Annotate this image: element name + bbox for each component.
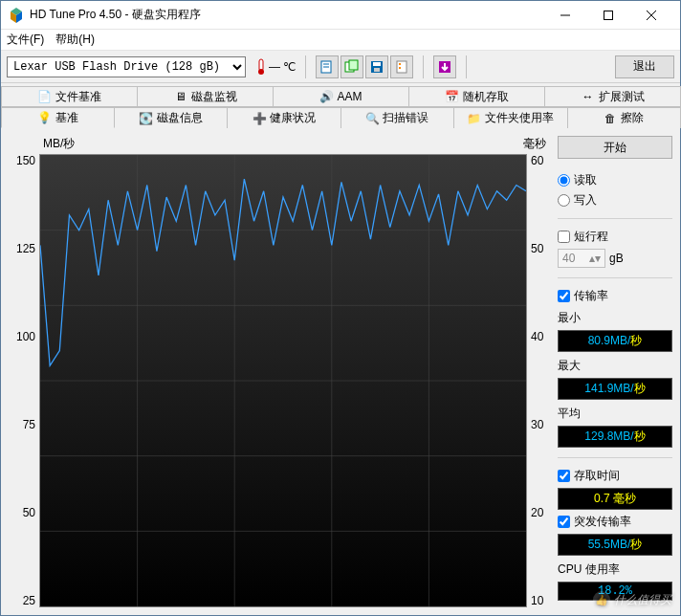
short-stroke-spinner: 40▴▾ bbox=[558, 249, 605, 268]
disks-icon: 💽 bbox=[140, 112, 153, 125]
benchmark-plot bbox=[39, 154, 527, 607]
window-title: HD Tune Pro 4.50 - 硬盘实用程序 bbox=[30, 7, 543, 23]
start-button[interactable]: 开始 bbox=[558, 136, 672, 159]
max-label: 最大 bbox=[558, 358, 672, 374]
tab-file-benchmark[interactable]: 📄文件基准 bbox=[1, 86, 138, 107]
check-access-time[interactable]: 存取时间 bbox=[558, 468, 672, 484]
tab-benchmark[interactable]: 💡基准 bbox=[1, 107, 115, 128]
min-label: 最小 bbox=[558, 310, 672, 326]
titlebar: HD Tune Pro 4.50 - 硬盘实用程序 bbox=[1, 1, 680, 30]
doc-icon: 📄 bbox=[38, 90, 52, 103]
svg-rect-10 bbox=[349, 60, 358, 70]
access-value: 0.7 毫秒 bbox=[558, 488, 672, 510]
calendar-icon: 📅 bbox=[446, 90, 459, 103]
min-value: 80.9MB/秒 bbox=[558, 330, 672, 352]
tab-extra-tests[interactable]: ↔扩展测试 bbox=[544, 86, 681, 107]
tab-erase[interactable]: 🗑擦除 bbox=[567, 107, 681, 128]
menu-file[interactable]: 文件(F) bbox=[7, 32, 44, 48]
svg-rect-15 bbox=[399, 63, 401, 65]
y-axis-left: 150 125 100 75 50 25 bbox=[9, 154, 39, 607]
app-window: HD Tune Pro 4.50 - 硬盘实用程序 文件(F) 帮助(H) Le… bbox=[0, 0, 681, 616]
svg-rect-12 bbox=[373, 62, 381, 66]
separator bbox=[423, 55, 424, 78]
y-right-label: 毫秒 bbox=[523, 136, 546, 152]
svg-rect-16 bbox=[399, 67, 401, 69]
close-button[interactable] bbox=[629, 2, 672, 29]
bulb-icon: 💡 bbox=[38, 111, 52, 124]
tab-container: 📄文件基准 🖥磁盘监视 🔊AAM 📅随机存取 ↔扩展测试 💡基准 💽磁盘信息 ➕… bbox=[1, 83, 680, 128]
folder-icon: 📁 bbox=[468, 112, 481, 125]
max-value: 141.9MB/秒 bbox=[558, 378, 672, 400]
health-icon: ➕ bbox=[253, 112, 266, 125]
content-area: MB/秒 毫秒 150 125 100 75 50 25 bbox=[1, 128, 680, 615]
toolbar: Lexar USB Flash Drive (128 gB) — ℃ 退出 bbox=[1, 51, 680, 83]
temperature-display: — ℃ bbox=[255, 58, 296, 76]
tab-row-back: 📄文件基准 🖥磁盘监视 🔊AAM 📅随机存取 ↔扩展测试 bbox=[1, 86, 680, 107]
radio-read[interactable]: 读取 bbox=[558, 172, 672, 188]
svg-rect-1 bbox=[604, 11, 612, 19]
check-burst[interactable]: 突发传输率 bbox=[558, 514, 672, 530]
search-icon: 🔍 bbox=[365, 112, 379, 125]
thermometer-icon bbox=[255, 58, 267, 76]
svg-rect-13 bbox=[374, 68, 380, 72]
maximize-button[interactable] bbox=[586, 2, 629, 29]
tab-random-access[interactable]: 📅随机存取 bbox=[408, 86, 545, 107]
tab-folder-usage[interactable]: 📁文件夹使用率 bbox=[453, 107, 568, 128]
watermark: 👍 什么值得买 bbox=[593, 591, 671, 608]
save-result-button[interactable] bbox=[433, 55, 456, 78]
tab-row-front: 💡基准 💽磁盘信息 ➕健康状况 🔍扫描错误 📁文件夹使用率 🗑擦除 bbox=[1, 107, 680, 128]
trash-icon: 🗑 bbox=[604, 112, 617, 125]
tab-info[interactable]: 💽磁盘信息 bbox=[114, 107, 228, 128]
radio-write[interactable]: 写入 bbox=[558, 192, 672, 209]
tab-disk-monitor[interactable]: 🖥磁盘监视 bbox=[137, 86, 274, 107]
separator bbox=[466, 55, 467, 78]
separator bbox=[305, 55, 306, 78]
options-button[interactable] bbox=[390, 55, 413, 78]
avg-label: 平均 bbox=[558, 406, 672, 422]
svg-point-5 bbox=[258, 69, 264, 75]
check-transfer-rate[interactable]: 传输率 bbox=[558, 288, 672, 304]
tab-health[interactable]: ➕健康状况 bbox=[227, 107, 340, 128]
window-controls bbox=[543, 2, 672, 29]
arrows-icon: ↔ bbox=[582, 90, 595, 103]
menubar: 文件(F) 帮助(H) bbox=[1, 30, 680, 51]
y-left-label: MB/秒 bbox=[43, 136, 75, 152]
exit-button[interactable]: 退出 bbox=[615, 55, 674, 78]
speaker-icon: 🔊 bbox=[319, 90, 333, 103]
app-icon bbox=[9, 8, 24, 23]
copy-screenshot-button[interactable] bbox=[340, 55, 363, 78]
tab-aam[interactable]: 🔊AAM bbox=[273, 86, 409, 107]
chart-panel: MB/秒 毫秒 150 125 100 75 50 25 bbox=[9, 136, 550, 607]
tab-error-scan[interactable]: 🔍扫描错误 bbox=[340, 107, 454, 128]
minimize-button[interactable] bbox=[543, 2, 586, 29]
save-button[interactable] bbox=[365, 55, 388, 78]
svg-rect-14 bbox=[397, 61, 406, 73]
drive-select[interactable]: Lexar USB Flash Drive (128 gB) bbox=[7, 56, 246, 77]
burst-value: 55.5MB/秒 bbox=[558, 534, 672, 556]
cpu-label: CPU 使用率 bbox=[558, 561, 672, 578]
check-short-stroke[interactable]: 短行程 bbox=[558, 229, 672, 245]
thumb-icon: 👍 bbox=[593, 591, 610, 608]
y-axis-right: 60 50 40 30 20 10 bbox=[527, 154, 550, 607]
side-panel: 开始 读取 写入 短行程 40▴▾ gB 传输率 最小 80.9MB/秒 最大 … bbox=[558, 136, 672, 607]
copy-info-button[interactable] bbox=[316, 55, 339, 78]
menu-help[interactable]: 帮助(H) bbox=[55, 32, 95, 48]
monitor-icon: 🖥 bbox=[174, 90, 187, 103]
avg-value: 129.8MB/秒 bbox=[558, 426, 672, 448]
